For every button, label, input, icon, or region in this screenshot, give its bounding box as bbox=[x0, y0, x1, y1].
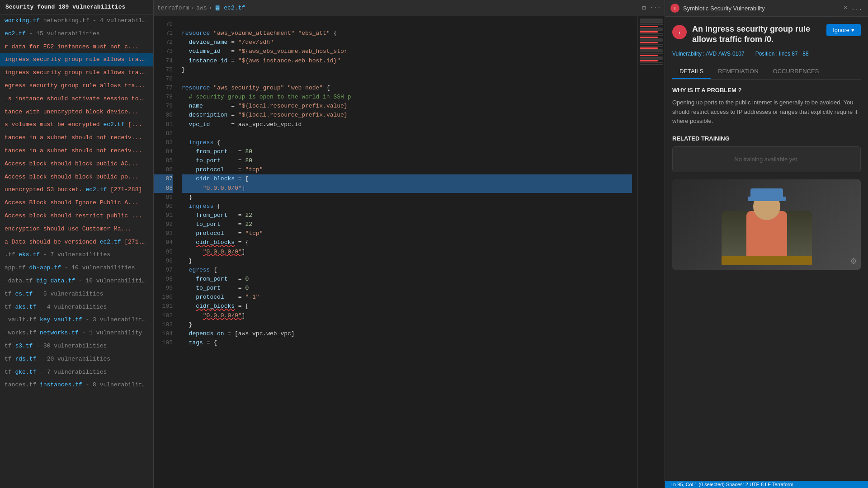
sidebar-item-keyvault[interactable]: _vault.tf key_vault.tf - 3 vulnerabiliti… bbox=[0, 314, 153, 327]
training-title: RELATED TRAINING bbox=[672, 135, 861, 142]
code-line: resource "aws_security_group" "web-node"… bbox=[182, 84, 632, 93]
settings-icon: ⚙ bbox=[850, 256, 857, 266]
code-line: from_port = 22 bbox=[182, 211, 632, 220]
code-line: protocol = "tcp" bbox=[182, 229, 632, 238]
main-editor: terraform › aws › tf ec2.tf ⊞ ··· 707172… bbox=[154, 0, 665, 488]
panel-title: Symbiotic Security Vulnerability bbox=[683, 5, 765, 12]
minimap bbox=[637, 16, 665, 488]
tab-details[interactable]: DETAILS bbox=[672, 64, 711, 79]
sidebar-item-data2[interactable]: a Data should be versioned ec2.tf [271..… bbox=[0, 236, 153, 249]
breadcrumb: terraform › aws › tf ec2.tf bbox=[157, 5, 245, 11]
sidebar-item-s3-2[interactable]: tf s3.tf - 30 vulnerabilities bbox=[0, 340, 153, 353]
sidebar-item-app[interactable]: app.tf db-app.tf - 10 vulnerabilities bbox=[0, 262, 153, 275]
file-icon: tf bbox=[215, 5, 221, 11]
tab-bar: terraform › aws › tf ec2.tf ⊞ ··· bbox=[154, 0, 665, 16]
code-line bbox=[182, 20, 632, 29]
code-line bbox=[182, 129, 632, 138]
code-line-highlighted: cidr_blocks = [ bbox=[182, 174, 632, 183]
training-empty-box: No training available yet. bbox=[672, 146, 861, 172]
sidebar-item-session[interactable]: _s_instance should activate session to..… bbox=[0, 93, 153, 106]
sidebar-item-es[interactable]: tf es.tf - 5 vulnerabilities bbox=[0, 288, 153, 301]
vulnerability-id: Vulnerability : AVD-AWS-0107 bbox=[672, 51, 745, 57]
sidebar-item-subnet2[interactable]: tances in a subnet should not receiv... bbox=[0, 145, 153, 158]
code-line: resource "aws_volume_attachment" "ebs_at… bbox=[182, 29, 632, 38]
why-title: WHY IS IT A PROBLEM ? bbox=[672, 87, 861, 94]
sidebar-item-subnet1[interactable]: tances in a subnet should not receiv... bbox=[0, 131, 153, 145]
code-line: cidr_blocks = [ bbox=[182, 302, 632, 311]
sidebar-item-volumes[interactable]: s volumes must be encrypted ec2.tf [... bbox=[0, 118, 153, 131]
status-bar: Ln 95, Col 1 (0 selected) Spaces: 2 UTF-… bbox=[665, 481, 868, 488]
code-line: ingress { bbox=[182, 202, 632, 211]
vuln-title-row: ! An ingress security group rule allows … bbox=[672, 24, 861, 45]
sidebar-item-gke[interactable]: tf gke.tf - 7 vulnerabilities bbox=[0, 366, 153, 379]
code-line: from_port = 0 bbox=[182, 275, 632, 284]
sidebar-item-access1[interactable]: Access block should block public AC... bbox=[0, 158, 153, 171]
more-icon[interactable]: ··· bbox=[650, 4, 661, 12]
sidebar-item-block1[interactable]: tance with unencrypted block device... bbox=[0, 106, 153, 119]
svg-text:!: ! bbox=[679, 31, 680, 35]
sidebar-item-egress1[interactable]: egress security group rule allows tra... bbox=[0, 80, 153, 93]
close-icon[interactable]: × bbox=[843, 4, 848, 12]
sidebar-item-rds[interactable]: tf rds.tf - 20 vulnerabilities bbox=[0, 353, 153, 366]
code-line: from_port = 80 bbox=[182, 147, 632, 156]
code-line: to_port = 80 bbox=[182, 156, 632, 165]
code-line: protocol = "-1" bbox=[182, 293, 632, 302]
code-content[interactable]: resource "aws_volume_attachment" "ebs_at… bbox=[176, 16, 637, 488]
vuln-title: An ingress security group rule allows tr… bbox=[692, 24, 821, 45]
code-line: description = "${local.resource_prefix.v… bbox=[182, 111, 632, 120]
right-panel: ! Symbiotic Security Vulnerability × ...… bbox=[665, 0, 868, 488]
sidebar-item-aks[interactable]: tf aks.tf - 4 vulnerabilities bbox=[0, 301, 153, 314]
svg-text:!: ! bbox=[674, 6, 676, 11]
vulnerability-body: ! An ingress security group rule allows … bbox=[665, 17, 868, 481]
sidebar-item-s3[interactable]: unencrypted S3 bucket. ec2.tf [271-288] bbox=[0, 183, 153, 197]
sidebar-item-instances[interactable]: tances.tf instances.tf - 8 vulnerabiliti… bbox=[0, 379, 153, 392]
code-line: to_port = 22 bbox=[182, 220, 632, 229]
code-line: volume_id = "${aws_ebs_volume.web_host_s… bbox=[182, 47, 632, 56]
vuln-meta: Vulnerability : AVD-AWS-0107 Position : … bbox=[672, 51, 861, 57]
sidebar-header: Security found 189 vulnerabilities bbox=[0, 0, 153, 14]
status-text: Ln 95, Col 1 (0 selected) Spaces: 2 UTF-… bbox=[670, 482, 793, 487]
code-line: } bbox=[182, 257, 632, 266]
code-line: "0.0.0.0/0"] bbox=[182, 248, 632, 257]
sidebar-item-access3[interactable]: Access Block should Ignore Public A... bbox=[0, 197, 153, 210]
code-line: cidr_blocks = { bbox=[182, 238, 632, 247]
tab-occurrences[interactable]: OCCURRENCES bbox=[766, 64, 826, 79]
code-line: "0.0.0.0/0"] bbox=[182, 311, 632, 320]
layout-icon[interactable]: ⊞ bbox=[642, 4, 646, 12]
sidebar-item-ingress2[interactable]: ingress security group rule allows tra..… bbox=[0, 66, 153, 80]
warning-icon: ! bbox=[675, 28, 684, 36]
code-line: } bbox=[182, 66, 632, 75]
sidebar-item-encryption[interactable]: encryption should use Customer Ma... bbox=[0, 223, 153, 236]
security-icon: ! bbox=[671, 5, 679, 12]
code-line: name = "${local.resource_prefix.value}- bbox=[182, 102, 632, 111]
sidebar: Security found 189 vulnerabilities worki… bbox=[0, 0, 154, 488]
sidebar-item-data1[interactable]: r data for EC2 instances must not c... bbox=[0, 41, 153, 54]
sidebar-item-bigdata[interactable]: _data.tf big_data.tf - 10 vulnerabilitie… bbox=[0, 275, 153, 288]
tab-icons: ⊞ ··· bbox=[642, 4, 661, 12]
sidebar-item-working[interactable]: working.tf networking.tf - 4 vulnerabili… bbox=[0, 14, 153, 28]
vuln-severity-icon: ! bbox=[672, 25, 687, 39]
code-line: depends_on = [aws_vpc.web_vpc] bbox=[182, 329, 632, 338]
sidebar-item-eks[interactable]: .tf eks.tf - 7 vulnerabilities bbox=[0, 249, 153, 262]
sidebar-item-access2[interactable]: Access block should block public po... bbox=[0, 171, 153, 184]
code-line: to_port = 0 bbox=[182, 284, 632, 293]
sidebar-item-ec2[interactable]: ec2.tf - 15 vulnerabilities bbox=[0, 28, 153, 41]
tab-remediation[interactable]: REMEDIATION bbox=[711, 64, 765, 79]
code-line: tags = { bbox=[182, 338, 632, 347]
code-area: 7071727374 7576777879 8081828384 858687 … bbox=[154, 16, 665, 488]
video-thumbnail[interactable]: ⚙ bbox=[672, 179, 861, 270]
sidebar-item-access4[interactable]: Access block should restrict public ... bbox=[0, 210, 153, 223]
code-line: device_name = "/dev/sdh" bbox=[182, 38, 632, 47]
sidebar-item-networks[interactable]: _works.tf networks.tf - 1 vulnerability bbox=[0, 327, 153, 340]
position-info: Position : lines 87 - 88 bbox=[755, 51, 809, 57]
person-figure bbox=[722, 184, 812, 265]
sidebar-item-ingress1[interactable]: ingress security group rule allows tra..… bbox=[0, 53, 153, 66]
line-numbers: 7071727374 7576777879 8081828384 858687 … bbox=[154, 16, 176, 488]
more-options-icon[interactable]: ... bbox=[851, 5, 863, 12]
code-line: protocol = "tcp" bbox=[182, 165, 632, 174]
code-line: } bbox=[182, 193, 632, 202]
code-line: ingress { bbox=[182, 138, 632, 147]
training-section: RELATED TRAINING No training available y… bbox=[672, 135, 861, 172]
ignore-button[interactable]: Ignore ▾ bbox=[826, 24, 861, 36]
video-placeholder: ⚙ bbox=[672, 179, 861, 270]
